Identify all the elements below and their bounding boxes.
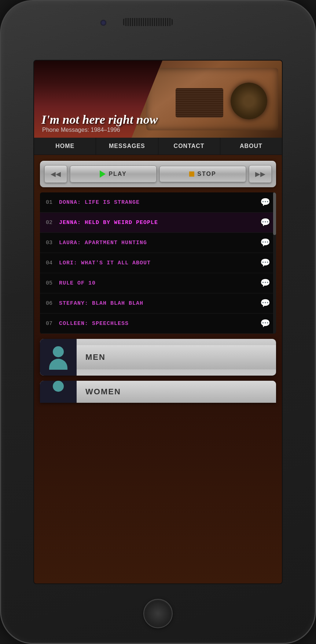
avatar-head <box>53 346 64 357</box>
stop-label: STOP <box>197 171 216 177</box>
track-title: JENNA: HELD BY WEIRD PEOPLE <box>59 220 257 226</box>
track-number: 07 <box>46 321 55 327</box>
track-item[interactable]: 01 DONNA: LIFE IS STRANGE 💬 <box>40 192 276 213</box>
category-men-avatar <box>40 339 77 376</box>
category-men-label: MEN <box>77 345 276 369</box>
screen: I'm not here right now Phone Messages: 1… <box>33 60 283 584</box>
category-women-label: WOMEN <box>77 381 276 403</box>
comment-icon[interactable]: 💬 <box>260 319 270 328</box>
avatar-head <box>53 381 64 392</box>
track-item[interactable]: 03 LAURA: APARTMENT HUNTING 💬 <box>40 233 276 253</box>
track-title: DONNA: LIFE IS STRANGE <box>59 199 257 206</box>
track-title: RULE OF 10 <box>59 280 257 286</box>
nav-home[interactable]: HOME <box>34 138 96 155</box>
earpiece-speaker <box>122 18 173 26</box>
track-item[interactable]: 02 JENNA: HELD BY WEIRD PEOPLE 💬 <box>40 213 276 233</box>
track-title: LORI: WHAT'S IT ALL ABOUT <box>59 260 257 266</box>
stop-button[interactable]: STOP <box>159 166 246 182</box>
play-button[interactable]: PLAY <box>70 166 157 182</box>
category-women-avatar <box>40 381 77 403</box>
hero-subtitle: Phone Messages: 1984–1996 <box>42 127 120 133</box>
track-item[interactable]: 07 COLLEEN: SPEECHLESS 💬 <box>40 314 276 334</box>
track-number: 03 <box>46 240 55 246</box>
avatar-figure <box>47 381 69 403</box>
main-content: ◀◀ PLAY STOP ▶▶ 01 DONNA: LIFE IS <box>34 155 282 583</box>
hero-header: I'm not here right now Phone Messages: 1… <box>34 61 282 138</box>
rewind-button[interactable]: ◀◀ <box>44 165 67 183</box>
stop-icon <box>189 171 194 177</box>
track-number: 01 <box>46 199 55 206</box>
track-item[interactable]: 05 RULE OF 10 💬 <box>40 273 276 293</box>
scrollbar-thumb[interactable] <box>273 192 276 235</box>
track-title: COLLEEN: SPEECHLESS <box>59 321 257 327</box>
comment-icon[interactable]: 💬 <box>260 299 270 308</box>
comment-icon[interactable]: 💬 <box>260 238 270 247</box>
nav-bar: HOME MESSAGES CONTACT ABOUT <box>34 138 282 155</box>
avatar-figure <box>47 346 69 368</box>
comment-icon[interactable]: 💬 <box>260 278 270 288</box>
track-item[interactable]: 06 STEFANY: BLAH BLAH BLAH 💬 <box>40 293 276 314</box>
play-icon <box>100 170 106 178</box>
track-title: LAURA: APARTMENT HUNTING <box>59 240 257 246</box>
camera <box>100 19 107 26</box>
comment-icon[interactable]: 💬 <box>260 218 270 227</box>
play-label: PLAY <box>109 171 126 177</box>
category-men-card[interactable]: MEN <box>40 339 276 376</box>
answering-machine-graphic <box>146 68 278 130</box>
bottom-bezel <box>1 584 315 643</box>
avatar-body <box>49 359 67 370</box>
nav-contact[interactable]: CONTACT <box>158 138 220 155</box>
nav-about[interactable]: ABOUT <box>220 138 282 155</box>
track-list: 01 DONNA: LIFE IS STRANGE 💬 02 JENNA: HE… <box>40 192 276 334</box>
track-number: 06 <box>46 300 55 307</box>
scrollbar-track[interactable] <box>273 192 276 334</box>
track-item[interactable]: 04 LORI: WHAT'S IT ALL ABOUT 💬 <box>40 253 276 273</box>
phone-device: I'm not here right now Phone Messages: 1… <box>0 0 316 644</box>
fastforward-icon: ▶▶ <box>255 170 265 178</box>
category-women-card[interactable]: WOMEN <box>40 381 276 403</box>
track-number: 04 <box>46 260 55 266</box>
track-number: 05 <box>46 280 55 286</box>
top-bezel <box>1 1 315 60</box>
comment-icon[interactable]: 💬 <box>260 258 270 268</box>
player-controls: ◀◀ PLAY STOP ▶▶ <box>40 161 276 187</box>
device-speaker-graphic <box>176 88 223 117</box>
fastforward-button[interactable]: ▶▶ <box>249 165 272 183</box>
nav-messages[interactable]: MESSAGES <box>96 138 158 155</box>
device-dial-graphic <box>231 83 267 119</box>
comment-icon[interactable]: 💬 <box>260 198 270 207</box>
home-button[interactable] <box>143 599 173 628</box>
track-number: 02 <box>46 220 55 226</box>
track-title: STEFANY: BLAH BLAH BLAH <box>59 300 257 307</box>
hero-title: I'm not here right now <box>41 113 158 127</box>
rewind-icon: ◀◀ <box>51 170 61 178</box>
